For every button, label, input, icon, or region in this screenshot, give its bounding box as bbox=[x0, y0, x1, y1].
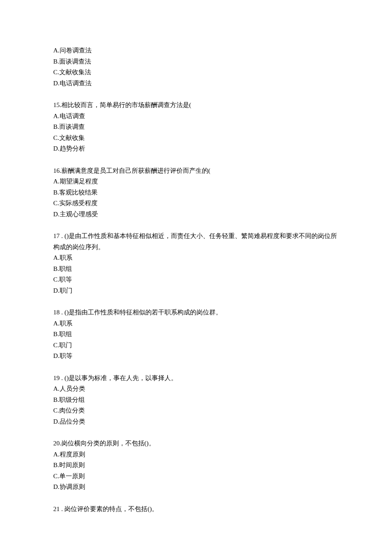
text-line: 18 . ()是指由工作性质和特征相似的若干职系构成的岗位群。 bbox=[53, 307, 339, 318]
text-line: C.文献收集 bbox=[53, 133, 339, 144]
text-line: D.职门 bbox=[53, 285, 339, 296]
question-block: 20.岗位横向分类的原则，不包括()。A.程度原则B.时间原则C.单一原则D.协… bbox=[53, 438, 339, 493]
question-block: 21 . 岗位评价要素的特点，不包括()。 bbox=[53, 504, 339, 515]
text-line: B.客观比较结果 bbox=[53, 187, 339, 198]
text-line: A.电话调查 bbox=[53, 111, 339, 122]
question-block: 16.薪酬满意度是员工对自己所获薪酬进行评价而产生的(A.期望满足程度B.客观比… bbox=[53, 166, 339, 220]
text-line: A.期望满足程度 bbox=[53, 176, 339, 187]
question-block: 18 . ()是指由工作性质和特征相似的若干职系构成的岗位群。A.职系B.职组C… bbox=[53, 307, 339, 362]
question-block: 17 . ()是由工作性质和基本特征相似相近，而责任大小、任务轻重、繁简难易程度… bbox=[53, 231, 339, 296]
text-line: B.时间原则 bbox=[53, 460, 339, 471]
question-block: 19 . ()是以事为标准，事在人先，以事择人。A.人员分类B.职级分组C.肉位… bbox=[53, 373, 339, 427]
text-line: 17 . ()是由工作性质和基本特征相似相近，而责任大小、任务轻重、繁简难易程度… bbox=[53, 231, 339, 253]
text-line: C.职门 bbox=[53, 340, 339, 351]
text-line: C.实际感受程度 bbox=[53, 198, 339, 209]
text-line: C.肉位分类 bbox=[53, 405, 339, 416]
text-line: D.趋势分析 bbox=[53, 143, 339, 154]
question-block: A.问卷调查法B.面谈调查法C.文献收集法D.电话调查法 bbox=[53, 45, 339, 89]
text-line: 16.薪酬满意度是员工对自己所获薪酬进行评价而产生的( bbox=[53, 166, 339, 177]
text-line: B.职组 bbox=[53, 329, 339, 340]
text-line: B.职级分组 bbox=[53, 395, 339, 406]
text-line: 21 . 岗位评价要素的特点，不包括()。 bbox=[53, 504, 339, 515]
text-line: A.职系 bbox=[53, 253, 339, 264]
text-line: C.职等 bbox=[53, 274, 339, 285]
text-line: A.职系 bbox=[53, 318, 339, 329]
text-line: D.主观心理感受 bbox=[53, 209, 339, 220]
text-line: B.而谈调查 bbox=[53, 122, 339, 133]
text-line: 15.相比较而言，简单易行的市场薪酬调查方法是( bbox=[53, 100, 339, 111]
text-line: D.电话调查法 bbox=[53, 78, 339, 89]
text-line: D.职等 bbox=[53, 351, 339, 362]
text-line: C.文献收集法 bbox=[53, 67, 339, 78]
text-line: C.单一原则 bbox=[53, 471, 339, 482]
text-line: 20.岗位横向分类的原则，不包括()。 bbox=[53, 438, 339, 449]
document-body: A.问卷调查法B.面谈调查法C.文献收集法D.电话调查法15.相比较而言，简单易… bbox=[53, 45, 392, 514]
text-line: A.程度原则 bbox=[53, 449, 339, 460]
text-line: A.人员分类 bbox=[53, 384, 339, 395]
text-line: 19 . ()是以事为标准，事在人先，以事择人。 bbox=[53, 373, 339, 384]
text-line: D.品位分类 bbox=[53, 416, 339, 427]
text-line: A.问卷调查法 bbox=[53, 45, 339, 56]
text-line: B.职组 bbox=[53, 264, 339, 275]
text-line: D.协调原则 bbox=[53, 482, 339, 493]
question-block: 15.相比较而言，简单易行的市场薪酬调查方法是(A.电话调查B.而谈调查C.文献… bbox=[53, 100, 339, 154]
text-line: B.面谈调查法 bbox=[53, 56, 339, 67]
